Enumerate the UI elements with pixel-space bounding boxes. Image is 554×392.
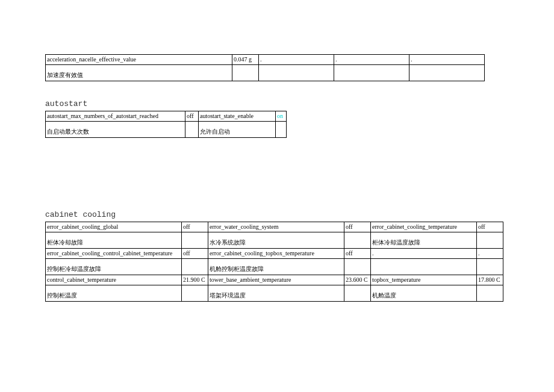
cabinet-r0-c1-label: error_cabinet_cooling_global	[46, 222, 182, 232]
empty-cell	[182, 232, 208, 249]
cabinet-r2-c1-value: 21.900 C	[182, 275, 208, 285]
cabinet-r2-c2-value: 23.600 C	[344, 275, 371, 285]
cabinet-r0-c3-label: error_cabinet_cooling_temperature	[371, 222, 477, 232]
cabinet-table: error_cabinet_cooling_global off error_w…	[45, 222, 503, 302]
cabinet-r0-c1-value: off	[182, 222, 208, 232]
cabinet-r1-c3-label: .	[371, 249, 477, 259]
cabinet-r0-c1-cn: 柜体冷却故障	[46, 232, 182, 249]
cabinet-r0-c3-value: off	[477, 222, 503, 232]
empty-cell	[344, 232, 371, 249]
cabinet-r1-c1-cn: 控制柜冷却温度故障	[46, 259, 182, 275]
empty-cell	[276, 122, 287, 138]
cabinet-r2-c1-cn: 控制柜温度	[46, 285, 182, 302]
empty-cell	[344, 285, 371, 302]
autostart-enable-value: on	[276, 111, 287, 122]
autostart-enable-cn: 允许自启动	[199, 122, 276, 138]
cabinet-r2-c2-cn: 塔架环境温度	[208, 285, 344, 302]
cabinet-r1-c2-label: error_cabinet_cooling_topbox_temperature	[208, 249, 344, 259]
empty-cell	[185, 122, 199, 138]
cabinet-r1-c1-value: off	[182, 249, 208, 259]
cabinet-r0-c2-value: off	[344, 222, 371, 232]
empty-cell	[409, 65, 485, 81]
empty-cell	[334, 65, 409, 81]
cabinet-r0-c2-cn: 水冷系统故障	[208, 232, 344, 249]
cabinet-r1-c2-cn: 机舱控制柜温度故障	[208, 259, 344, 275]
empty-cell	[344, 259, 371, 275]
cabinet-r2-c2-label: tower_base_ambient_temperature	[208, 275, 344, 285]
cabinet-r2-c3-label: topbox_temperature	[371, 275, 477, 285]
autostart-title: autostart	[45, 99, 509, 108]
dot-cell: .	[259, 55, 334, 65]
empty-cell	[477, 285, 503, 302]
cabinet-r2-c3-value: 17.800 C	[477, 275, 503, 285]
empty-cell	[232, 65, 259, 81]
dot-cell: .	[334, 55, 409, 65]
accel-value: 0.047 g	[232, 55, 259, 65]
autostart-enable-label: autostart_state_enable	[199, 111, 276, 122]
empty-cell	[477, 232, 503, 249]
autostart-max-value: off	[185, 111, 199, 122]
empty-cell	[477, 259, 503, 275]
cabinet-r1-c1-label: error_cabinet_cooling_control_cabinet_te…	[46, 249, 182, 259]
empty-cell	[182, 259, 208, 275]
cabinet-r0-c2-label: error_water_cooling_system	[208, 222, 344, 232]
empty-cell	[182, 285, 208, 302]
cabinet-title: cabinet cooling	[45, 210, 509, 219]
cabinet-r2-c3-cn: 机舱温度	[371, 285, 477, 302]
autostart-table: autostart_max_numbers_of_autostart_reach…	[45, 111, 287, 138]
empty-cell	[259, 65, 334, 81]
cabinet-r0-c3-cn: 柜体冷却温度故障	[371, 232, 477, 249]
cabinet-r2-c1-label: control_cabinet_temperature	[46, 275, 182, 285]
acceleration-table: acceleration_nacelle_effective_value 0.0…	[45, 54, 485, 81]
accel-label-en: acceleration_nacelle_effective_value	[46, 55, 232, 65]
cabinet-r1-c2-value: off	[344, 249, 371, 259]
cabinet-r1-c3-cn	[371, 259, 477, 275]
accel-label-cn: 加速度有效值	[46, 65, 232, 81]
autostart-max-label: autostart_max_numbers_of_autostart_reach…	[46, 111, 185, 122]
dot-cell: .	[409, 55, 485, 65]
autostart-max-cn: 自启动最大次数	[46, 122, 185, 138]
cabinet-r1-c3-value: .	[477, 249, 503, 259]
